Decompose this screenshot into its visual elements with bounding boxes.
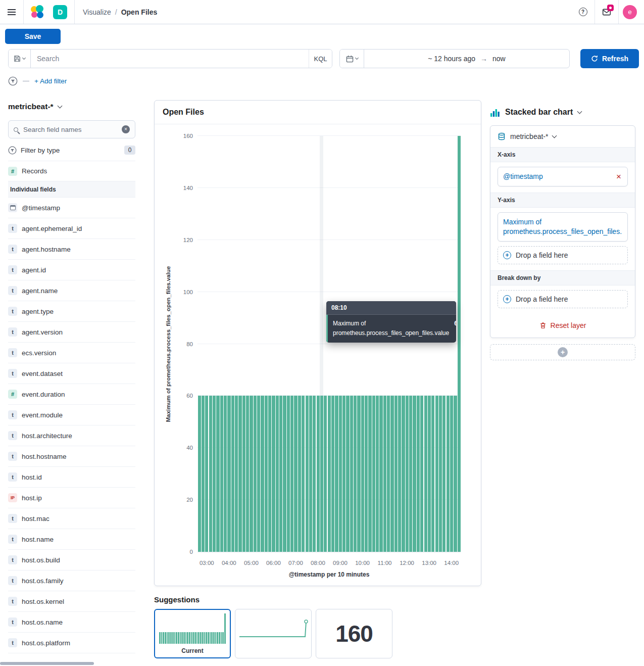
field-item[interactable]: tagent.version bbox=[8, 322, 135, 343]
field-name: host.os.platform bbox=[22, 639, 70, 647]
field-item[interactable]: thost.os.kernel bbox=[8, 591, 135, 612]
date-field-icon bbox=[8, 203, 17, 212]
stacked-bar-chart-icon bbox=[490, 107, 500, 117]
filter-bar: + Add filter bbox=[8, 75, 67, 87]
filter-icon bbox=[8, 146, 17, 155]
field-name: agent.ephemeral_id bbox=[22, 225, 82, 232]
chart-plot-area[interactable]: Maximum of prometheus.process_files_open… bbox=[197, 136, 461, 552]
visualization-panel: Open Files Maximum of prometheus.process… bbox=[154, 100, 481, 586]
breadcrumb-visualize[interactable]: Visualize bbox=[83, 8, 111, 16]
hamburger-icon bbox=[8, 12, 16, 13]
trash-icon bbox=[539, 322, 547, 329]
field-item[interactable]: thost.architecture bbox=[8, 425, 135, 446]
saved-query-menu-button[interactable] bbox=[9, 50, 31, 68]
field-name: Records bbox=[22, 167, 47, 175]
string-field-icon: t bbox=[8, 638, 17, 647]
field-name: event.duration bbox=[22, 391, 65, 398]
chart-type-switcher[interactable]: Stacked bar chart bbox=[490, 107, 635, 117]
notification-badge bbox=[607, 5, 614, 11]
avatar[interactable]: e bbox=[623, 5, 637, 19]
elastic-logo[interactable] bbox=[30, 5, 45, 20]
suggestion-current[interactable]: Current bbox=[154, 609, 231, 658]
field-name: host.mac bbox=[22, 515, 49, 522]
field-item[interactable]: IPhost.ip bbox=[8, 488, 135, 508]
chart-type-label: Stacked bar chart bbox=[505, 108, 573, 117]
x-axis-dimension[interactable]: @timestamp × bbox=[498, 167, 628, 186]
index-pattern-switcher[interactable]: metricbeat-* bbox=[8, 102, 135, 111]
filter-icon[interactable] bbox=[8, 76, 18, 86]
remove-dimension-icon[interactable]: × bbox=[615, 172, 622, 181]
layer-index-pattern-name: metricbeat-* bbox=[510, 132, 548, 140]
field-item[interactable]: thost.mac bbox=[8, 508, 135, 529]
time-to[interactable]: now bbox=[492, 55, 506, 63]
field-item[interactable]: tecs.version bbox=[8, 343, 135, 363]
field-item[interactable]: tagent.name bbox=[8, 280, 135, 301]
string-field-icon: t bbox=[8, 410, 17, 419]
field-name: @timestamp bbox=[22, 204, 60, 212]
field-item[interactable]: thost.hostname bbox=[8, 446, 135, 467]
suggestion-metric[interactable]: 160 bbox=[316, 609, 392, 658]
records-field[interactable]: # Records bbox=[8, 161, 135, 181]
newsfeed-button[interactable] bbox=[595, 0, 618, 24]
suggestions-title: Suggestions bbox=[154, 595, 487, 604]
field-item[interactable]: tevent.module bbox=[8, 405, 135, 425]
deployment-badge[interactable]: D bbox=[53, 5, 67, 19]
string-field-icon: t bbox=[8, 286, 17, 295]
field-name: host.os.build bbox=[22, 556, 60, 564]
field-search-input[interactable] bbox=[22, 125, 118, 134]
breakdown-drop-zone[interactable]: + Drop a field here bbox=[498, 290, 628, 308]
layer-index-pattern[interactable]: metricbeat-* bbox=[490, 126, 635, 147]
help-button[interactable]: ? bbox=[571, 0, 595, 24]
filter-divider bbox=[23, 81, 29, 81]
query-language-button[interactable]: KQL bbox=[309, 50, 332, 68]
menu-icon[interactable] bbox=[0, 0, 23, 24]
x-axis-dimension-label: @timestamp bbox=[503, 172, 615, 181]
string-field-icon: t bbox=[8, 555, 17, 564]
layer-panel: metricbeat-* X-axis @timestamp × Y-axis … bbox=[490, 125, 635, 338]
string-field-icon: t bbox=[8, 452, 17, 461]
string-field-icon: t bbox=[8, 535, 17, 544]
reset-layer-button[interactable]: Reset layer bbox=[490, 314, 635, 338]
bars[interactable] bbox=[197, 136, 461, 552]
chevron-down-icon bbox=[552, 133, 557, 138]
field-item[interactable]: tagent.id bbox=[8, 260, 135, 280]
field-item[interactable]: tagent.hostname bbox=[8, 239, 135, 260]
refresh-button[interactable]: Refresh bbox=[580, 49, 639, 68]
field-item[interactable]: thost.os.build bbox=[8, 550, 135, 570]
tooltip-series-label: Maximum of prometheus.process_files_open… bbox=[333, 319, 449, 338]
field-item[interactable]: thost.os.platform bbox=[8, 633, 135, 653]
time-range[interactable]: ~ 12 hours ago → now bbox=[364, 50, 569, 68]
field-item[interactable]: thost.name bbox=[8, 529, 135, 550]
clear-search-icon[interactable]: × bbox=[122, 125, 130, 133]
query-bar: KQL ~ 12 hours ago → now Refresh bbox=[8, 49, 639, 68]
save-query-icon bbox=[14, 55, 21, 62]
y-axis-dimension[interactable]: Maximum of prometheus.process_files_open… bbox=[498, 212, 628, 242]
field-item[interactable]: @timestamp bbox=[8, 198, 135, 218]
field-item[interactable]: thost.os.family bbox=[8, 570, 135, 591]
field-item[interactable]: thost.os.name bbox=[8, 612, 135, 633]
query-input[interactable] bbox=[31, 50, 309, 68]
suggestion-line-chart[interactable] bbox=[235, 609, 312, 658]
field-name: event.module bbox=[22, 411, 63, 419]
string-field-icon: t bbox=[8, 307, 17, 316]
field-item[interactable]: thost.id bbox=[8, 467, 135, 488]
field-item[interactable]: tagent.ephemeral_id bbox=[8, 218, 135, 239]
add-filter-button[interactable]: + Add filter bbox=[34, 77, 67, 85]
chevron-down-icon bbox=[57, 103, 62, 108]
number-field-icon: # bbox=[8, 167, 17, 176]
help-icon: ? bbox=[579, 8, 587, 16]
date-picker-button[interactable] bbox=[340, 50, 364, 68]
field-name: agent.version bbox=[22, 328, 63, 336]
field-item[interactable]: tevent.dataset bbox=[8, 363, 135, 384]
add-layer-button[interactable]: + bbox=[490, 344, 635, 360]
field-item[interactable]: tagent.type bbox=[8, 301, 135, 322]
top-navigation-bar: D Visualize / Open Files ? e bbox=[0, 0, 644, 24]
horizontal-scrollbar[interactable] bbox=[0, 662, 94, 665]
field-search: × bbox=[8, 120, 135, 138]
field-name: agent.type bbox=[22, 308, 54, 315]
field-item[interactable]: #event.duration bbox=[8, 384, 135, 405]
y-axis-drop-zone[interactable]: + Drop a field here bbox=[498, 246, 628, 264]
save-button[interactable]: Save bbox=[5, 29, 61, 44]
time-from[interactable]: ~ 12 hours ago bbox=[428, 55, 475, 63]
filter-by-type[interactable]: Filter by type 0 bbox=[8, 146, 135, 155]
